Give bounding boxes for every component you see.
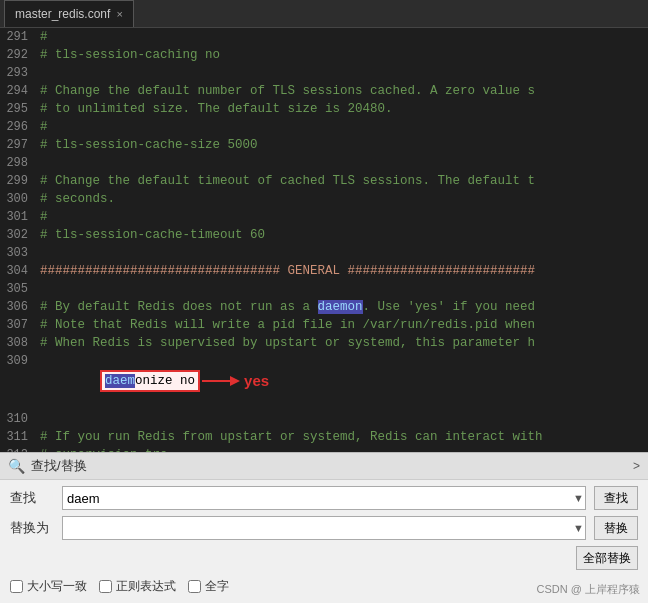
- find-icon: 🔍: [8, 458, 25, 474]
- replace-all-row: 全部替换: [10, 546, 638, 570]
- line-content: # seconds.: [40, 190, 648, 208]
- watermark: CSDN @ 上岸程序猿: [537, 582, 640, 597]
- expand-arrow-icon[interactable]: >: [633, 459, 640, 473]
- find-input-wrapper: ▼: [62, 486, 586, 510]
- option-regex[interactable]: 正则表达式: [99, 578, 176, 595]
- option-whole-word[interactable]: 全字: [188, 578, 229, 595]
- code-line-daemonize: 309 daemonize no yes: [0, 352, 648, 410]
- code-line: 296 #: [0, 118, 648, 136]
- find-button[interactable]: 查找: [594, 486, 638, 510]
- code-line: 305: [0, 280, 648, 298]
- line-content: # By default Redis does not run as a dae…: [40, 298, 648, 316]
- line-number: 297: [0, 136, 40, 154]
- line-content: [40, 154, 648, 172]
- line-number: 292: [0, 46, 40, 64]
- line-number: 298: [0, 154, 40, 172]
- code-line: 291 #: [0, 28, 648, 46]
- code-line: 303: [0, 244, 648, 262]
- line-content: ################################ GENERAL…: [40, 262, 648, 280]
- line-number: 311: [0, 428, 40, 446]
- line-number: 293: [0, 64, 40, 82]
- replace-input-wrapper: ▼: [62, 516, 586, 540]
- code-line: 306 # By default Redis does not run as a…: [0, 298, 648, 316]
- line-number: 302: [0, 226, 40, 244]
- arrow-yes-annotation: yes: [200, 372, 269, 390]
- code-line: 308 # When Redis is supervised by upstar…: [0, 334, 648, 352]
- line-content: # Note that Redis will write a pid file …: [40, 316, 648, 334]
- line-number: 307: [0, 316, 40, 334]
- line-number: 299: [0, 172, 40, 190]
- tab-filename: master_redis.conf: [15, 7, 110, 21]
- line-number: 303: [0, 244, 40, 262]
- highlighted-code-box: daemonize no: [100, 370, 200, 392]
- line-content: [40, 64, 648, 82]
- replace-button[interactable]: 替换: [594, 516, 638, 540]
- code-line: 295 # to unlimited size. The default siz…: [0, 100, 648, 118]
- whole-word-checkbox[interactable]: [188, 580, 201, 593]
- line-content: # to unlimited size. The default size is…: [40, 100, 648, 118]
- find-label: 查找: [10, 489, 54, 507]
- code-line: 294 # Change the default number of TLS s…: [0, 82, 648, 100]
- line-number: 300: [0, 190, 40, 208]
- regex-checkbox[interactable]: [99, 580, 112, 593]
- code-line: 293: [0, 64, 648, 82]
- find-input[interactable]: [62, 486, 586, 510]
- line-number: 301: [0, 208, 40, 226]
- annotation-container: daemonize no yes: [100, 370, 269, 392]
- line-number: 295: [0, 100, 40, 118]
- option-case-sensitive[interactable]: 大小写一致: [10, 578, 87, 595]
- line-content: # Change the default timeout of cached T…: [40, 172, 648, 190]
- replace-label: 替换为: [10, 519, 54, 537]
- line-content: [40, 410, 648, 428]
- case-sensitive-checkbox[interactable]: [10, 580, 23, 593]
- code-line: 304 ################################ GEN…: [0, 262, 648, 280]
- line-number: 308: [0, 334, 40, 352]
- line-number: 305: [0, 280, 40, 298]
- line-content: #: [40, 118, 648, 136]
- option-case-label: 大小写一致: [27, 578, 87, 595]
- code-line: 310: [0, 410, 648, 428]
- svg-marker-1: [230, 376, 240, 386]
- file-tab[interactable]: master_redis.conf ×: [4, 0, 134, 27]
- line-content: #: [40, 28, 648, 46]
- line-content: # When Redis is supervised by upstart or…: [40, 334, 648, 352]
- option-wholeword-label: 全字: [205, 578, 229, 595]
- tab-bar: master_redis.conf ×: [0, 0, 648, 28]
- line-number: 294: [0, 82, 40, 100]
- code-line: 292 # tls-session-caching no: [0, 46, 648, 64]
- line-content: # tls-session-caching no: [40, 46, 648, 64]
- code-line: 299 # Change the default timeout of cach…: [0, 172, 648, 190]
- line-number: 306: [0, 298, 40, 316]
- line-content: [40, 244, 648, 262]
- replace-all-button[interactable]: 全部替换: [576, 546, 638, 570]
- find-row: 查找 ▼ 查找: [10, 486, 638, 510]
- line-content: # If you run Redis from upstart or syste…: [40, 428, 648, 446]
- replace-input[interactable]: [62, 516, 586, 540]
- line-number: 310: [0, 410, 40, 428]
- line-content: # Change the default number of TLS sessi…: [40, 82, 648, 100]
- line-content: # tls-session-cache-timeout 60: [40, 226, 648, 244]
- line-content: #: [40, 208, 648, 226]
- find-replace-dialog: 🔍 查找/替换 > 查找 ▼ 查找 替换为 ▼ 替换: [0, 452, 648, 603]
- code-line: 301 #: [0, 208, 648, 226]
- highlight-daemon: daemon: [318, 300, 363, 314]
- line-number: 309: [0, 352, 40, 370]
- replace-row: 替换为 ▼ 替换: [10, 516, 638, 540]
- dialog-title-bar: 🔍 查找/替换 >: [0, 453, 648, 480]
- highlight-daemon: daem: [105, 374, 135, 388]
- watermark-text: CSDN @ 上岸程序猿: [537, 583, 640, 595]
- code-line: 302 # tls-session-cache-timeout 60: [0, 226, 648, 244]
- code-line: 307 # Note that Redis will write a pid f…: [0, 316, 648, 334]
- option-regex-label: 正则表达式: [116, 578, 176, 595]
- tab-close-button[interactable]: ×: [116, 8, 122, 20]
- code-line: 298: [0, 154, 648, 172]
- dialog-title: 查找/替换: [31, 457, 87, 475]
- code-lines: 291 # 292 # tls-session-caching no 293 2…: [0, 28, 648, 464]
- line-number: 304: [0, 262, 40, 280]
- line-content: daemonize no yes: [40, 352, 648, 410]
- code-line: 297 # tls-session-cache-size 5000: [0, 136, 648, 154]
- code-area: 291 # 292 # tls-session-caching no 293 2…: [0, 28, 648, 603]
- code-line: 311 # If you run Redis from upstart or s…: [0, 428, 648, 446]
- line-number: 291: [0, 28, 40, 46]
- code-line: 300 # seconds.: [0, 190, 648, 208]
